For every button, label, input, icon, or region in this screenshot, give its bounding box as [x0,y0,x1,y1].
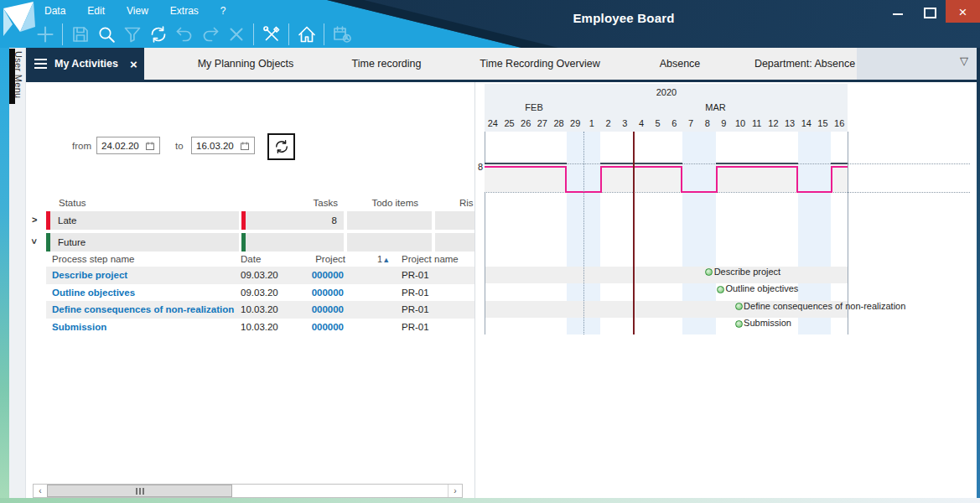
load-fill [716,163,798,192]
load-line-drop [716,166,718,193]
apply-date-range-button[interactable] [267,133,295,160]
milestone-marker[interactable] [735,303,743,310]
tab-bar: My Activities×My Planning ObjectsTime re… [26,48,977,80]
timeline-day[interactable]: 12 [765,118,782,131]
column-header-todo-items[interactable]: Todo items [318,198,418,208]
gantt-row-stripe [485,318,848,335]
group-row-cell: Future [46,233,239,252]
from-date-input[interactable]: 24.02.20 [96,137,160,154]
load-axis-value: 8 [471,162,483,172]
add-toolbar-button [32,21,58,47]
milestone-marker[interactable] [717,286,724,293]
menu-item-extras[interactable]: Extras [164,4,205,18]
load-fill [600,163,682,192]
project-number-link[interactable]: 000000 [245,288,344,298]
group-row-cell [241,233,344,252]
timeline-day[interactable]: 4 [633,118,650,131]
undo-toolbar-button [171,21,197,47]
tab-close-icon[interactable]: × [130,57,137,71]
timeline-day[interactable]: 3 [616,118,633,131]
detail-header-project[interactable]: Project [245,254,345,264]
tab-absence[interactable]: Absence [628,48,732,80]
timeline-day[interactable]: 14 [798,118,815,131]
tab-my-activities[interactable]: My Activities× [26,48,144,80]
sort-ascending-icon: ▲ [382,256,390,264]
timeline-day[interactable]: 13 [781,118,798,131]
process-step-link[interactable]: Outline objectives [52,288,135,298]
load-line-low [682,191,699,193]
home-toolbar-button[interactable] [293,21,319,47]
process-step-link[interactable]: Describe project [52,270,127,280]
tab-time-recording[interactable]: Time recording [321,48,452,80]
menu-item-?[interactable]: ? [215,4,232,18]
menu-item-edit[interactable]: Edit [81,4,111,18]
timeline-day[interactable]: 28 [551,118,568,131]
horizontal-scrollbar[interactable]: ‹ › [33,484,463,498]
project-number-link[interactable]: 000000 [245,304,344,314]
process-step-link[interactable]: Submission [52,322,106,332]
capacity-line [485,163,567,164]
maximize-button[interactable] [914,0,946,23]
timeline-day[interactable]: 8 [699,118,716,131]
timeline-day[interactable]: 11 [749,118,765,131]
menu-item-view[interactable]: View [121,4,154,18]
scroll-right-button[interactable]: › [448,485,462,497]
timeline-day[interactable]: 10 [732,118,749,131]
timeline-day[interactable]: 24 [485,118,501,131]
tools-toolbar-button[interactable] [258,21,284,47]
detail-header-step[interactable]: Process step name [52,254,134,264]
to-date-input[interactable]: 16.03.20 [191,137,255,154]
timeline-day[interactable]: 7 [682,118,699,131]
timeline-day[interactable]: 29 [567,118,583,131]
window-border-bottom [0,498,980,503]
timeline-day[interactable]: 27 [534,118,551,131]
tab-time-recording-overview[interactable]: Time Recording Overview [452,48,628,80]
save-icon [70,24,91,44]
timeline-day[interactable]: 2 [600,118,617,131]
user-menu-tab[interactable]: User Menu [13,51,23,99]
timeline-day[interactable]: 25 [501,118,518,131]
tab-my-planning-objects[interactable]: My Planning Objects [170,48,321,80]
process-step-link[interactable]: Define consequences of non-realization [52,304,234,314]
timeline-day[interactable]: 1 [583,118,600,131]
milestone-marker[interactable] [735,320,743,328]
timeline-day[interactable]: 6 [666,118,683,131]
load-line-low [583,191,600,193]
filter-icon [122,24,143,44]
timeline-day[interactable]: 26 [517,118,534,131]
refresh-toolbar-button[interactable] [145,21,171,47]
timeline-day[interactable]: 9 [716,118,733,131]
tab-label: My Activities [54,58,118,70]
toolbar-separator [62,23,63,45]
tab-department-absence[interactable]: Department: Absence [732,48,878,80]
search-toolbar-button[interactable] [93,21,119,47]
project-number-link[interactable]: 000000 [245,270,344,280]
group-label: Future [50,237,86,247]
column-header-ris[interactable]: Ris [459,198,474,208]
tab-overflow-zone[interactable]: ▽ [857,48,977,80]
group-row-cell [347,233,432,252]
gantt-row-stripe [485,267,848,284]
dropdown-triangle-icon: ▽ [960,54,968,67]
detail-header-project-name[interactable]: Project name [402,254,459,264]
load-line-low [815,191,832,193]
scrollbar-thumb[interactable] [47,485,232,497]
calendar-icon [145,141,155,151]
project-number-link[interactable]: 000000 [245,322,344,332]
group-expander-future[interactable]: > [29,239,39,244]
save-toolbar-button [67,21,93,47]
column-header-status[interactable]: Status [59,198,86,208]
scroll-left-button[interactable]: ‹ [34,485,48,497]
close-button[interactable]: × [946,0,980,23]
panel-splitter[interactable] [474,82,475,498]
project-name: PR-01 [402,270,429,280]
minimize-button[interactable] [882,0,914,23]
timeline-day[interactable]: 5 [650,118,666,131]
load-line-drop [831,166,832,193]
sort-indicator[interactable]: 1▲ [377,254,390,264]
timeline-day[interactable]: 16 [831,118,848,131]
timeline-day[interactable]: 15 [815,118,832,131]
group-expander-late[interactable]: > [32,215,37,225]
project-name: PR-01 [402,322,429,332]
menu-item-data[interactable]: Data [39,4,71,18]
